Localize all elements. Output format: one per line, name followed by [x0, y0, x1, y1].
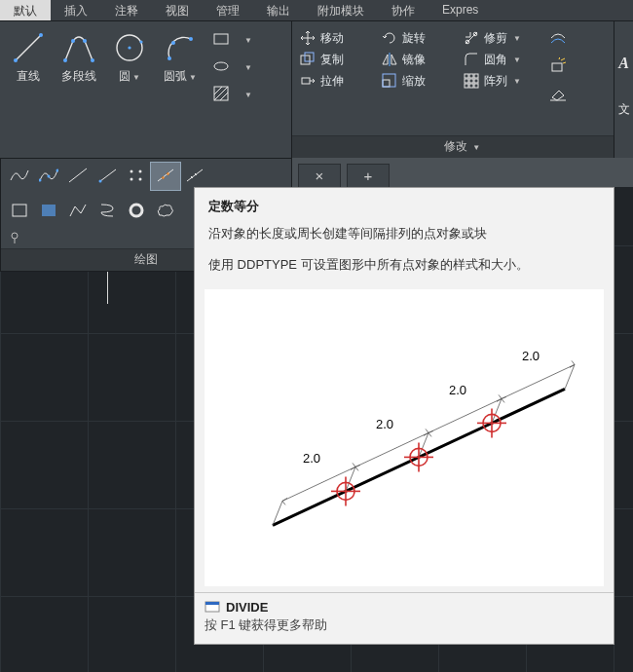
svg-rect-28 [474, 74, 478, 78]
svg-point-42 [99, 179, 102, 182]
svg-point-44 [139, 169, 142, 172]
tooltip-body: 沿对象的长度或周长创建等间隔排列的点对象或块 使用 DDPTYPE 可设置图形中… [195, 219, 614, 283]
svg-rect-35 [552, 63, 562, 71]
fillet-button[interactable]: 圆角▼ [462, 51, 532, 68]
chevron-down-icon: ▼ [244, 36, 252, 45]
rotate-button[interactable]: 旋转 [380, 29, 450, 47]
svg-line-48 [187, 169, 203, 181]
measure-icon [185, 167, 205, 187]
ellipse-dropdown[interactable]: ▼ [242, 55, 253, 80]
array-icon [463, 72, 480, 90]
mirror-button[interactable]: 镜像 [380, 51, 450, 68]
trim-button[interactable]: 修剪▼ [462, 29, 532, 47]
pin-icon [8, 231, 21, 247]
panel-modify: 移动 旋转 修剪▼ 复制 镜像 圆角▼ 拉伸 缩放 阵列▼ [292, 21, 633, 158]
svg-rect-51 [13, 205, 26, 216]
tab-annotate[interactable]: 注释 [101, 0, 152, 20]
multipoint-button[interactable] [122, 163, 151, 190]
tooltip-divide: 定数等分 沿对象的长度或周长创建等间隔排列的点对象或块 使用 DDPTYPE 可… [194, 187, 614, 645]
offset-button[interactable] [545, 27, 571, 53]
svg-point-39 [56, 168, 59, 171]
polyline-icon [62, 31, 95, 64]
svg-point-8 [128, 46, 130, 49]
tooltip-footer: DIVIDE 按 F1 键获得更多帮助 [195, 592, 614, 644]
region-icon [10, 202, 29, 222]
erase-button[interactable] [545, 82, 571, 107]
wipeout-icon [39, 202, 58, 222]
helix-icon [97, 202, 117, 222]
tooltip-title: 定数等分 [195, 188, 614, 219]
chevron-down-icon: ▼ [244, 63, 252, 72]
tab-insert[interactable]: 插入 [51, 0, 101, 20]
tooltip-illustration: 2.0 2.0 2.0 2.0 [205, 289, 604, 586]
3dpolyline-button[interactable] [63, 198, 93, 225]
rectangle-dropdown[interactable]: ▼ [242, 27, 253, 53]
svg-line-41 [100, 169, 116, 181]
spline-cv-button[interactable] [34, 163, 63, 190]
tab-collab[interactable]: 协作 [378, 0, 428, 20]
rectangle-icon [212, 30, 230, 51]
polyline-label: 多段线 [61, 68, 96, 85]
helix-button[interactable] [93, 198, 122, 225]
document-tabs: × + [292, 158, 633, 187]
tab-express[interactable]: Expres [428, 0, 492, 20]
pin-button[interactable] [4, 230, 25, 247]
tab-default[interactable]: 默认 [0, 0, 51, 20]
svg-rect-34 [474, 84, 478, 88]
spline-fit-button[interactable] [5, 163, 34, 190]
xline-button[interactable] [63, 163, 93, 190]
tooltip-desc-2: 使用 DDPTYPE 可设置图形中所有点对象的样式和大小。 [208, 254, 600, 276]
svg-point-38 [48, 174, 51, 177]
svg-rect-29 [465, 79, 468, 83]
region-button[interactable] [5, 198, 34, 225]
measure-button[interactable] [180, 163, 209, 190]
stretch-button[interactable]: 拉伸 [298, 72, 368, 90]
svg-line-0 [16, 35, 41, 60]
mirror-icon [381, 51, 398, 68]
wipeout-button[interactable] [34, 198, 63, 225]
hatch-button[interactable] [208, 82, 234, 107]
revcloud-button[interactable] [151, 198, 180, 225]
polyline-button[interactable]: 多段线 [56, 25, 101, 154]
seg-val-1: 2.0 [302, 451, 321, 466]
divide-button[interactable] [151, 163, 180, 190]
xline-icon [68, 167, 88, 187]
tab-addins[interactable]: 附加模块 [304, 0, 378, 20]
ellipse-icon [212, 57, 230, 78]
hatch-icon [212, 85, 230, 105]
svg-rect-26 [465, 74, 468, 78]
file-tab-new[interactable]: + [347, 164, 390, 187]
scale-button[interactable]: 缩放 [380, 72, 450, 90]
panel-annotation-edge: A 文 [614, 21, 633, 158]
hatch-dropdown[interactable]: ▼ [242, 82, 253, 107]
line-button[interactable]: 直线 [6, 25, 51, 154]
panel-modify-title[interactable]: 修改 ▼ [292, 135, 632, 158]
svg-point-46 [139, 177, 142, 180]
copy-button[interactable]: 复制 [298, 51, 368, 68]
file-tab-close[interactable]: × [298, 164, 341, 187]
tab-view[interactable]: 视图 [152, 0, 203, 20]
tab-manage[interactable]: 管理 [203, 0, 253, 20]
svg-rect-24 [383, 80, 390, 87]
scale-icon [381, 72, 398, 90]
move-button[interactable]: 移动 [298, 29, 368, 47]
ellipse-button[interactable] [208, 55, 234, 80]
svg-rect-13 [214, 34, 228, 44]
donut-button[interactable] [122, 198, 151, 225]
text-icon[interactable]: A [618, 55, 629, 72]
svg-point-6 [91, 58, 94, 62]
rectangle-button[interactable] [208, 27, 234, 53]
seg-val-3: 2.0 [448, 383, 467, 397]
arc-button[interactable]: 圆弧▼ [158, 25, 203, 154]
svg-point-53 [130, 205, 142, 216]
move-icon [299, 29, 316, 47]
fillet-icon [463, 51, 480, 68]
explode-button[interactable] [545, 55, 571, 80]
ray-button[interactable] [93, 163, 122, 190]
line-label: 直线 [17, 68, 40, 85]
circle-button[interactable]: 圆▼ [107, 25, 152, 154]
tab-output[interactable]: 输出 [253, 0, 304, 20]
array-button[interactable]: 阵列▼ [462, 72, 532, 90]
seg-val-2: 2.0 [375, 417, 394, 431]
chevron-down-icon: ▼ [513, 56, 521, 64]
